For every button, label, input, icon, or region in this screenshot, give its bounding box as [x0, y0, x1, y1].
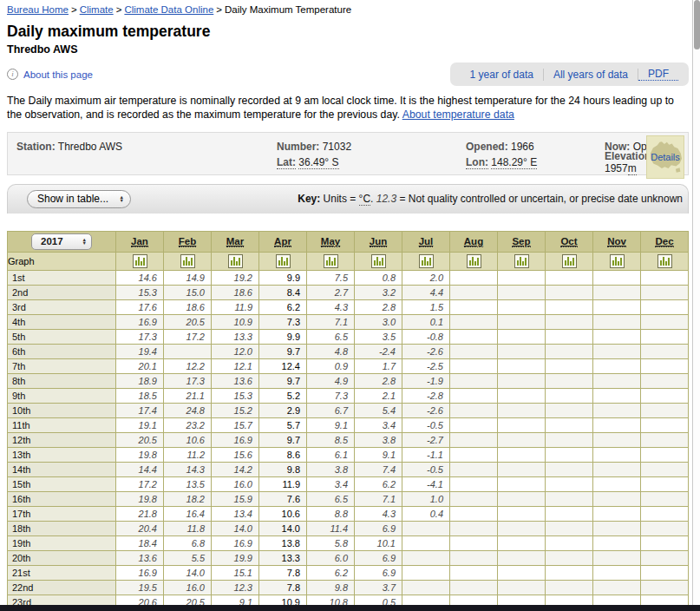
one-year-of-data-button[interactable]: 1 year of data [461, 69, 543, 81]
temp-cell-feb-13th: 11.2 [164, 447, 212, 462]
bar-chart-icon-jun[interactable] [371, 254, 386, 268]
temp-cell-oct-20th [546, 550, 593, 565]
about-temperature-data-link[interactable]: About temperature data [402, 108, 514, 121]
bar-chart-icon-apr[interactable] [276, 254, 291, 268]
bar-chart-icon-oct[interactable] [562, 254, 577, 268]
bar-chart-icon-jan[interactable] [133, 254, 147, 268]
temp-cell-jul-4th: 0.1 [402, 314, 450, 329]
pdf-button[interactable]: PDF [638, 68, 678, 81]
lat-label[interactable]: Lat: [277, 156, 296, 169]
breadcrumb-separator: > [116, 4, 122, 15]
month-link-aug[interactable]: Aug [464, 236, 483, 247]
temp-cell-aug-7th [450, 358, 498, 373]
year-select[interactable]: 2017▲▼ [31, 233, 92, 250]
bar-chart-icon-sep[interactable] [514, 254, 529, 268]
lon-label[interactable]: Lon: [466, 156, 488, 169]
temp-cell-jan-7th: 20.1 [116, 358, 164, 373]
graph-cell-may [307, 252, 355, 270]
bar-chart-icon-feb[interactable] [180, 254, 195, 268]
temp-cell-apr-11th: 5.7 [259, 417, 307, 432]
temp-cell-mar-15th: 16.0 [212, 476, 259, 491]
month-header-jul: Jul [402, 231, 450, 252]
temp-cell-oct-19th [546, 535, 593, 550]
month-link-dec[interactable]: Dec [655, 236, 673, 247]
month-link-feb[interactable]: Feb [179, 236, 196, 247]
temp-cell-dec-20th [641, 550, 689, 565]
table-row-20th: 20th13.65.519.913.36.06.9 [8, 550, 689, 565]
temp-cell-nov-12th [593, 432, 641, 447]
month-link-nov[interactable]: Nov [607, 236, 626, 247]
temp-cell-jul-7th: -2.5 [402, 358, 450, 373]
temp-cell-jun-19th: 10.1 [355, 535, 402, 550]
temp-cell-feb-14th: 14.3 [164, 462, 212, 476]
month-link-mar[interactable]: Mar [226, 236, 244, 247]
day-label: 10th [8, 403, 116, 417]
bar-chart-icon-mar[interactable] [228, 254, 243, 268]
temp-cell-nov-1st [593, 270, 641, 285]
temp-cell-nov-4th [593, 314, 641, 329]
table-row-11th: 11th19.123.215.75.79.13.4-0.5 [8, 417, 689, 432]
day-label: 15th [8, 476, 116, 491]
lon-value: 148.29° E [491, 156, 537, 169]
temp-cell-feb-20th: 5.5 [164, 550, 212, 565]
scrollbar-thumb[interactable] [694, 0, 700, 49]
temp-cell-sep-17th [498, 506, 546, 521]
bar-chart-icon-dec[interactable] [657, 254, 672, 268]
elevation-unit[interactable]: m [628, 162, 637, 175]
temp-cell-jul-2nd: 4.4 [402, 285, 450, 299]
bar-chart-icon-may[interactable] [324, 254, 338, 268]
breadcrumb-link-climate[interactable]: Climate [80, 4, 114, 15]
temp-cell-apr-4th: 7.3 [259, 314, 307, 329]
temp-cell-jun-9th: 2.1 [355, 388, 402, 403]
units-suffix: . [370, 193, 373, 205]
day-label: 13th [8, 447, 116, 462]
temp-cell-jul-6th: -2.6 [402, 344, 450, 358]
temp-cell-mar-4th: 10.9 [212, 314, 259, 329]
number-field: Number: 71032 [277, 141, 466, 153]
details-link[interactable]: Details [647, 152, 684, 162]
bar-chart-icon-jul[interactable] [419, 254, 434, 268]
month-link-sep[interactable]: Sep [512, 236, 530, 247]
month-link-oct[interactable]: Oct [560, 236, 577, 247]
day-label: 22nd [8, 580, 116, 595]
about-this-page[interactable]: i About this page [7, 69, 93, 80]
temp-cell-oct-17th [546, 506, 593, 521]
units-value[interactable]: °C [359, 193, 370, 206]
show-in-table-select[interactable]: Show in table... ▲▼ [27, 190, 131, 208]
station-info-bar: Station: Thredbo AWS Number: 71032 Opene… [7, 132, 689, 175]
bottom-edge-bar [0, 605, 700, 611]
temp-cell-aug-13th [450, 447, 498, 462]
all-years-of-data-button[interactable]: All years of data [544, 69, 638, 81]
table-row-5th: 5th17.317.213.39.96.53.5-0.8 [8, 329, 689, 344]
temp-cell-nov-5th [593, 329, 641, 344]
temp-cell-jul-11th: -0.5 [402, 417, 450, 432]
vertical-scrollbar[interactable] [692, 0, 700, 611]
temp-cell-apr-21st: 7.8 [259, 565, 307, 580]
temp-cell-feb-19th: 6.8 [164, 535, 212, 550]
temp-cell-jul-1st: 2.0 [402, 270, 450, 285]
temp-cell-apr-5th: 9.9 [259, 329, 307, 344]
temp-cell-may-14th: 3.8 [307, 462, 355, 476]
station-details-button[interactable]: Details [646, 135, 684, 179]
temp-cell-aug-5th [450, 329, 498, 344]
temp-cell-mar-19th: 16.9 [212, 535, 259, 550]
temp-cell-jul-12th: -2.7 [402, 432, 450, 447]
temp-cell-jun-8th: 2.8 [355, 373, 402, 388]
temp-cell-sep-22nd [498, 580, 546, 595]
month-link-jul[interactable]: Jul [419, 236, 434, 247]
opened-field: Opened: 1966 [466, 141, 605, 153]
month-link-apr[interactable]: Apr [274, 236, 291, 247]
temp-cell-jun-6th: -2.4 [355, 344, 402, 358]
breadcrumb-link-climate-data-online[interactable]: Climate Data Online [124, 4, 213, 15]
temp-cell-nov-2nd [593, 285, 641, 299]
breadcrumb-link-bureau-home[interactable]: Bureau Home [7, 4, 69, 15]
month-link-jan[interactable]: Jan [131, 236, 148, 247]
graph-cell-nov [593, 252, 641, 270]
month-link-may[interactable]: May [321, 236, 340, 247]
month-link-jun[interactable]: Jun [370, 236, 387, 247]
about-this-page-link[interactable]: About this page [23, 69, 93, 80]
temp-cell-may-22nd: 9.8 [307, 580, 355, 595]
bar-chart-icon-aug[interactable] [467, 254, 481, 268]
temp-cell-nov-17th [593, 506, 641, 521]
bar-chart-icon-nov[interactable] [610, 254, 625, 268]
